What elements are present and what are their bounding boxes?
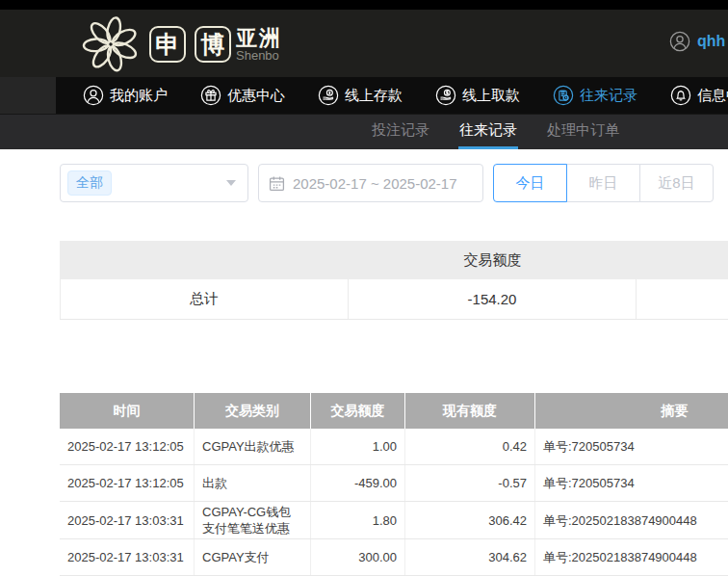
- date-range-value: 2025-02-17 ~ 2025-02-17: [293, 175, 457, 192]
- cell-amount: 300.00: [311, 539, 405, 575]
- nav-label: 线上存款: [345, 87, 403, 105]
- chevron-down-icon: [226, 180, 236, 186]
- cell-summary: 单号:202502183874900448: [535, 502, 728, 538]
- logo-brand-en: Shenbo: [236, 49, 282, 63]
- nav-item-online-deposit[interactable]: 线上存款: [318, 85, 403, 106]
- col-header-amount: 交易额度: [311, 393, 405, 429]
- cell-time: 2025-02-17 13:03:31: [60, 539, 195, 575]
- cell-time: 2025-02-17 13:12:05: [60, 465, 195, 501]
- user-account-chip[interactable]: qhh: [669, 31, 728, 52]
- logo-char-shen: 申: [149, 26, 186, 63]
- transactions-table: 时间 交易类别 交易额度 现有额度 摘要 2025-02-17 13:12:05…: [60, 393, 728, 576]
- col-header-balance: 现有额度: [405, 393, 535, 429]
- tab-pending-orders[interactable]: 处理中订单: [546, 115, 620, 149]
- tab-transaction-records[interactable]: 往来记录: [458, 115, 518, 149]
- cell-time: 2025-02-17 13:03:31: [60, 502, 195, 538]
- calendar-icon: [269, 175, 285, 192]
- tab-betting-records[interactable]: 投注记录: [371, 115, 430, 149]
- last-8-days-button[interactable]: 近8日: [639, 164, 714, 202]
- cell-type: 出款: [195, 465, 311, 501]
- table-body: 2025-02-17 13:12:05 CGPAY出款优惠 1.00 0.42 …: [60, 429, 728, 576]
- summary-amount-header: 交易额度: [349, 251, 637, 270]
- deposit-icon: [318, 85, 339, 106]
- username-text: qhh: [697, 33, 725, 50]
- table-row: 2025-02-17 13:03:31 CGPAY支付 300.00 304.6…: [60, 539, 728, 576]
- nav-label: 线上取款: [462, 87, 520, 105]
- yesterday-button[interactable]: 昨日: [566, 164, 640, 202]
- cell-amount: -459.00: [311, 465, 405, 501]
- summary-header-row: 交易额度: [60, 241, 728, 279]
- col-header-summary: 摘要: [535, 393, 728, 429]
- table-row: 2025-02-17 13:12:05 CGPAY出款优惠 1.00 0.42 …: [60, 429, 728, 465]
- summary-table: 交易额度 总计 -154.20: [60, 241, 728, 320]
- nav-item-message-center[interactable]: 信息中心: [670, 85, 728, 106]
- table-row: 2025-02-17 13:12:05 出款 -459.00 -0.57 单号:…: [60, 465, 728, 502]
- logo-region-label: 亚洲: [236, 27, 282, 49]
- top-black-strip: [0, 0, 728, 10]
- summary-total-label: 总计: [60, 279, 349, 319]
- nav-item-transaction-records[interactable]: 往来记录: [553, 85, 637, 106]
- shenbo-logo[interactable]: 申 博 亚洲 Shenbo: [81, 15, 282, 73]
- cell-type: CGPAY支付: [195, 539, 311, 575]
- cell-type: CGPAY-CG钱包支付笔笔送优惠: [195, 502, 311, 538]
- brand-header: 申 博 亚洲 Shenbo qhh: [0, 10, 728, 77]
- summary-total-value: -154.20: [349, 279, 637, 319]
- records-subnav: 投注记录 往来记录 处理中订单: [0, 114, 728, 149]
- account-icon: [83, 85, 104, 106]
- bell-icon: [670, 85, 691, 106]
- today-button[interactable]: 今日: [493, 164, 567, 202]
- selected-type-tag[interactable]: 全部: [67, 170, 112, 196]
- nav-label: 信息中心: [697, 87, 728, 105]
- nav-item-promotions[interactable]: 优惠中心: [200, 85, 285, 106]
- promo-icon: [200, 85, 221, 106]
- col-header-type: 交易类别: [195, 393, 311, 429]
- cell-balance: 304.62: [405, 539, 535, 575]
- date-range-input[interactable]: 2025-02-17 ~ 2025-02-17: [258, 164, 483, 202]
- table-header-row: 时间 交易类别 交易额度 现有额度 摘要: [60, 393, 728, 429]
- cell-type: CGPAY出款优惠: [195, 429, 311, 464]
- transaction-records-page: 申 博 亚洲 Shenbo qhh 我的账: [0, 0, 728, 576]
- cell-balance: -0.57: [405, 465, 535, 501]
- cell-balance: 0.42: [405, 429, 535, 464]
- cell-summary: 单号:202502183874900448: [535, 539, 728, 575]
- summary-total-row: 总计 -154.20: [60, 279, 728, 320]
- col-header-time: 时间: [60, 393, 195, 429]
- nav-item-my-account[interactable]: 我的账户: [83, 85, 168, 106]
- logo-char-bo: 博: [195, 26, 231, 63]
- main-navbar: 我的账户 优惠中心 线上存款: [0, 77, 728, 114]
- records-icon: [553, 85, 574, 106]
- transaction-type-select[interactable]: 全部: [60, 164, 248, 202]
- quick-date-buttons: 今日 昨日 近8日: [493, 164, 714, 202]
- cell-amount: 1.80: [311, 502, 405, 538]
- user-avatar-icon: [669, 31, 690, 52]
- cell-balance: 306.42: [405, 502, 535, 538]
- cell-time: 2025-02-17 13:12:05: [60, 429, 195, 464]
- cell-summary: 单号:720505734: [535, 429, 728, 464]
- flower-logo-icon: [81, 16, 141, 72]
- nav-label: 我的账户: [110, 87, 168, 105]
- cell-amount: 1.00: [311, 429, 405, 464]
- nav-label: 优惠中心: [227, 87, 285, 105]
- cell-summary: 单号:720505734: [535, 465, 728, 501]
- withdraw-icon: [435, 85, 456, 106]
- nav-label: 往来记录: [580, 87, 637, 105]
- nav-item-online-withdraw[interactable]: 线上取款: [435, 85, 520, 106]
- table-row: 2025-02-17 13:03:31 CGPAY-CG钱包支付笔笔送优惠 1.…: [60, 502, 728, 539]
